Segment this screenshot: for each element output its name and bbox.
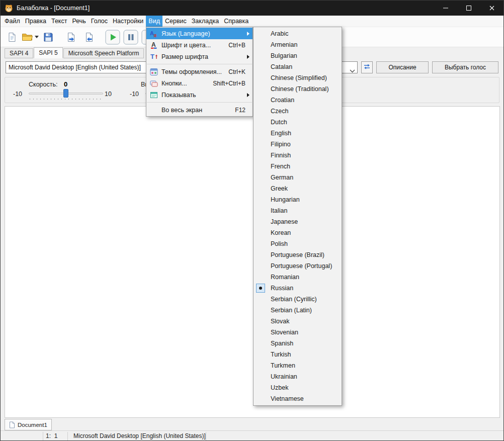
play-button[interactable] [104, 29, 121, 46]
language-item-label: Czech [271, 108, 288, 115]
language-item-armenian[interactable]: Armenian [254, 39, 342, 50]
minimize-icon [443, 4, 448, 13]
language-item-slovenian[interactable]: Slovenian [254, 327, 342, 338]
view-menu-item-2[interactable]: TРазмер шрифта [146, 51, 253, 62]
maximize-button[interactable] [457, 1, 480, 16]
engine-tab-1[interactable]: SAPI 5 [34, 47, 62, 58]
document-tab-0[interactable]: Document1 [5, 419, 52, 430]
voice-description-button[interactable]: Описание [376, 61, 429, 73]
menubar-item-0[interactable]: Файл [2, 16, 23, 27]
language-item-label: Polish [271, 240, 288, 247]
selected-language-radio-icon [256, 284, 265, 293]
language-item-label: Slovenian [271, 329, 298, 336]
language-item-arabic[interactable]: Arabic [254, 28, 342, 39]
view-menu-item-1[interactable]: AШрифт и цвета...Ctrl+B [146, 39, 253, 51]
language-item-finnish[interactable]: Finnish [254, 150, 342, 161]
engine-tabs: SAPI 4SAPI 5Microsoft Speech Platform [5, 47, 144, 58]
language-item-turkmen[interactable]: Turkmen [254, 360, 342, 371]
language-item-german[interactable]: German [254, 172, 342, 183]
dropdown-arrow-icon[interactable] [35, 36, 39, 38]
submenu-arrow-icon [247, 32, 249, 36]
language-item-vietnamese[interactable]: Vietnamese [254, 393, 342, 404]
pause-button[interactable] [122, 29, 139, 46]
language-item-serbian-latin[interactable]: Serbian (Latin) [254, 305, 342, 316]
language-item-polish[interactable]: Polish [254, 238, 342, 249]
language-item-ukrainian[interactable]: Ukrainian [254, 371, 342, 382]
language-item-slovak[interactable]: Slovak [254, 316, 342, 327]
language-item-bulgarian[interactable]: Bulgarian [254, 50, 342, 61]
window-title: Балаболка - [Document1] [17, 5, 90, 12]
menubar-item-6[interactable]: Вид [146, 16, 162, 27]
language-item-chinese-simplified[interactable]: Chinese (Simplified) [254, 72, 342, 83]
menubar-item-7[interactable]: Сервис [162, 16, 189, 27]
menu-item-label: Во весь экран [161, 107, 235, 114]
menubar-item-3[interactable]: Речь [69, 16, 88, 27]
language-item-romanian[interactable]: Romanian [254, 272, 342, 283]
language-item-greek[interactable]: Greek [254, 183, 342, 194]
view-menu-item-0[interactable]: AяЯзык (Language) [146, 28, 253, 39]
menu-item-label: Темы оформления... [161, 68, 228, 75]
language-item-turkish[interactable]: Turkish [254, 349, 342, 360]
language-item-chinese-traditional[interactable]: Chinese (Traditional) [254, 83, 342, 95]
language-item-portuguese-portugal[interactable]: Portuguese (Portugal) [254, 260, 342, 272]
select-voice-button[interactable]: Выбрать голос [432, 61, 498, 73]
window-controls [434, 1, 503, 16]
open-file-button[interactable] [22, 29, 39, 46]
language-item-croatian[interactable]: Croatian [254, 95, 342, 106]
language-item-catalan[interactable]: Catalan [254, 61, 342, 72]
close-button[interactable] [480, 1, 503, 16]
menubar-item-1[interactable]: Правка [23, 16, 49, 27]
language-item-uzbek[interactable]: Uzbek [254, 382, 342, 393]
themes-icon [146, 68, 161, 76]
language-item-filipino[interactable]: Filipino [254, 139, 342, 150]
language-item-portuguese-brazil[interactable]: Portuguese (Brazil) [254, 249, 342, 260]
language-item-russian[interactable]: Russian [254, 283, 342, 294]
refresh-voices-button[interactable] [361, 61, 373, 73]
language-item-dutch[interactable]: Dutch [254, 117, 342, 128]
save-button[interactable] [40, 29, 57, 46]
menubar-item-9[interactable]: Справка [221, 16, 251, 27]
menubar-item-2[interactable]: Текст [49, 16, 69, 27]
language-item-label: English [271, 130, 291, 137]
language-item-label: Portuguese (Brazil) [271, 251, 324, 258]
language-item-label: Arabic [271, 30, 288, 37]
language-item-italian[interactable]: Italian [254, 205, 342, 216]
view-menu-item-4[interactable]: Темы оформления...Ctrl+K [146, 66, 253, 77]
view-menu-item-8[interactable]: Во весь экранF12 [146, 104, 253, 116]
language-item-japanese[interactable]: Japanese [254, 216, 342, 227]
menubar-item-5[interactable]: Настройки [110, 16, 146, 27]
statusbar-separator [67, 432, 68, 440]
language-icon: Aя [146, 30, 161, 38]
language-item-spanish[interactable]: Spanish [254, 338, 342, 349]
language-item-label: Korean [271, 229, 291, 236]
language-item-english[interactable]: English [254, 128, 342, 139]
menubar-item-4[interactable]: Голос [89, 16, 110, 27]
menubar: ФайлПравкаТекстРечьГолосНастройкиВидСерв… [1, 16, 503, 27]
view-menu-item-6[interactable]: Показывать [146, 89, 253, 101]
svg-text:я: я [154, 32, 157, 38]
engine-tab-2[interactable]: Microsoft Speech Platform [63, 48, 144, 58]
buttons-icon [146, 79, 161, 87]
engine-tab-0[interactable]: SAPI 4 [5, 48, 33, 58]
play-icon [105, 30, 120, 45]
language-item-korean[interactable]: Korean [254, 227, 342, 238]
language-item-french[interactable]: French [254, 161, 342, 172]
language-item-label: Vietnamese [271, 395, 304, 402]
view-menu-item-5[interactable]: Кнопки...Shift+Ctrl+B [146, 77, 253, 89]
open-text-button[interactable] [63, 29, 80, 46]
speed-slider-ticks [30, 99, 102, 100]
menubar-item-8[interactable]: Закладка [189, 16, 221, 27]
new-document-button[interactable] [4, 29, 21, 46]
submenu-arrow-icon [247, 93, 249, 97]
language-item-serbian-cyrillic[interactable]: Serbian (Cyrillic) [254, 294, 342, 305]
speed-slider[interactable] [29, 89, 103, 100]
menu-item-shortcut: Shift+Ctrl+B [213, 80, 253, 87]
language-item-czech[interactable]: Czech [254, 106, 342, 117]
document-text-area[interactable] [5, 106, 500, 418]
language-item-label: Spanish [271, 340, 293, 347]
minimize-button[interactable] [434, 1, 457, 16]
speed-slider-thumb[interactable] [63, 89, 68, 98]
append-text-button[interactable] [81, 29, 98, 46]
document-tabs: Document1 [1, 418, 503, 430]
language-item-hungarian[interactable]: Hungarian [254, 194, 342, 205]
